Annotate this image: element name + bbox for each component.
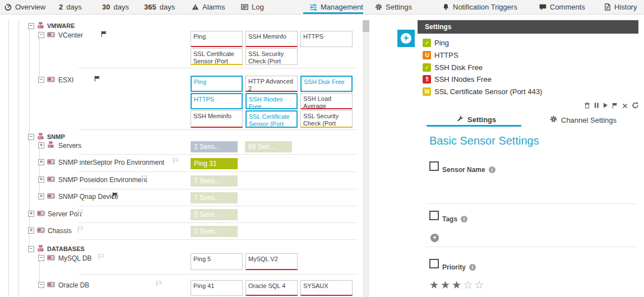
star-icon[interactable]: ★ [452, 279, 463, 291]
star-icon[interactable]: ☆ [463, 279, 474, 291]
expand-toggle[interactable]: + [28, 211, 34, 217]
sensor-box[interactable]: Ping [191, 31, 243, 47]
favorite-flag-icon[interactable] [98, 254, 105, 260]
tree-device-label[interactable]: Chassis [48, 227, 72, 235]
star-icon[interactable]: ★ [441, 279, 452, 291]
favorite-flag-icon[interactable] [101, 31, 108, 37]
expand-toggle[interactable]: + [38, 142, 44, 148]
sensor-count-badge[interactable]: 68 Sen... [245, 141, 292, 152]
nav-tab-365-days[interactable]: 365days [144, 0, 175, 14]
expand-toggle[interactable]: + [38, 177, 44, 183]
sensor-box[interactable]: SSH Disk Free [300, 76, 353, 92]
expand-toggle[interactable]: + [38, 159, 44, 165]
tree-device-label[interactable]: ESXI [58, 76, 73, 84]
sensor-box[interactable]: MySQL V2 [245, 253, 298, 270]
sensor-box[interactable]: SSL Security Check (Port 443) [300, 110, 353, 128]
tree-group-label[interactable]: SNMP [47, 133, 65, 140]
tree-scrollbar[interactable] [363, 20, 369, 297]
nav-tab-overview[interactable]: Overview [4, 0, 45, 14]
info-icon[interactable]: i [489, 166, 495, 173]
tree-device-label[interactable]: SNMP Poseidon Environment [58, 176, 147, 184]
selected-sensor-item[interactable]: ✓SSH Disk Free [423, 63, 483, 72]
collapse-toggle[interactable]: − [38, 77, 44, 83]
collapse-toggle[interactable]: − [28, 134, 34, 140]
sensor-box[interactable]: Oracle SQL 4 [245, 280, 298, 296]
sensor-box[interactable]: SSL Certificate Sensor (Port 443) [245, 110, 298, 128]
add-sensor-button[interactable]: + [397, 30, 415, 47]
selected-sensor-item[interactable]: !!SSH INodes Free [423, 75, 492, 83]
sensor-count-badge[interactable]: 5 Sens... [191, 209, 238, 220]
favorite-flag-icon[interactable] [173, 158, 179, 164]
tree-device-label[interactable]: Server Port [48, 210, 82, 218]
sensor-count-badge[interactable]: 2 Sens... [191, 226, 238, 237]
sensor-box[interactable]: Ping [191, 76, 243, 92]
tree-group-label[interactable]: VMWARE [47, 22, 75, 29]
favorite-flag-icon[interactable] [77, 226, 84, 233]
sensor-box[interactable]: HTTP Advanced 2 [245, 76, 298, 92]
tab-settings[interactable]: Settings [457, 115, 496, 124]
nav-tab-notification-triggers[interactable]: Notification Triggers [442, 0, 517, 14]
sensor-box[interactable]: HTTPS [191, 93, 243, 109]
tree-device-label[interactable]: MySQL DB [58, 254, 92, 262]
tree-device-label[interactable]: Servers [58, 142, 81, 150]
priority-stars[interactable]: ★★★☆☆ [429, 279, 485, 291]
refresh-button[interactable] [632, 101, 639, 111]
tree-device-label[interactable]: SNMP Qnap Device [58, 193, 118, 201]
collapse-toggle[interactable]: − [38, 32, 44, 38]
scrollbar-thumb[interactable] [363, 20, 369, 32]
expand-toggle[interactable]: + [38, 193, 44, 199]
selected-sensor-item[interactable]: WSSL Certificate Sensor (Port 443) [423, 87, 542, 96]
favorite-flag-icon[interactable] [77, 210, 84, 216]
collapse-toggle[interactable]: − [28, 246, 34, 252]
favorite-flag-icon[interactable] [141, 175, 148, 182]
sensor-box[interactable]: Ping 5 [191, 253, 243, 270]
nav-tab-comments[interactable]: Comments [539, 0, 585, 14]
info-icon[interactable]: i [469, 264, 476, 271]
star-icon[interactable]: ☆ [474, 279, 485, 291]
tree-group-label[interactable]: DATABASES [47, 245, 85, 252]
selected-sensor-item[interactable]: UHTTPS [423, 50, 458, 59]
sensor-count-badge[interactable]: Ping 31 [191, 158, 238, 169]
delete-button[interactable] [584, 101, 590, 111]
sensor-box[interactable]: SSL Security Check (Port 443) [245, 48, 298, 65]
sensor-box[interactable]: HTTPS [300, 31, 353, 47]
priority-checkbox[interactable] [429, 259, 439, 268]
sensor-box[interactable]: SSH Load Average [300, 93, 353, 109]
sensor-box[interactable]: SSH Meminfo [191, 110, 243, 128]
flag-button[interactable] [612, 101, 618, 111]
tree-device-label[interactable]: VCenter [58, 31, 83, 39]
nav-tab-2-days[interactable]: 2days [59, 0, 82, 14]
nav-tab-settings[interactable]: Settings [375, 0, 412, 14]
nav-tab-history[interactable]: History [604, 0, 637, 14]
pause-button[interactable] [594, 101, 599, 111]
sensor-count-badge[interactable]: 7 Sens... [191, 175, 238, 187]
sensor-box[interactable]: Ping 41 [191, 280, 243, 296]
sensor-box[interactable]: SSL Certificate Sensor (Port 443) [191, 48, 243, 65]
collapse-toggle[interactable]: − [28, 23, 34, 29]
sensor-box[interactable]: SSH Meminfo [245, 31, 298, 47]
tree-device-label[interactable]: Oracle DB [58, 281, 89, 289]
favorite-flag-icon[interactable] [156, 281, 163, 287]
add-tag-button[interactable]: + [430, 234, 439, 242]
sensor-name-checkbox[interactable] [429, 161, 439, 171]
collapse-toggle[interactable]: − [38, 255, 44, 261]
nav-tab-log[interactable]: Log [241, 0, 264, 14]
tags-checkbox[interactable] [429, 211, 439, 220]
expand-toggle[interactable]: + [28, 228, 34, 234]
sensor-box[interactable]: SSH INodes Free [245, 93, 298, 109]
tab-channel-settings[interactable]: Channel Settings [550, 115, 617, 124]
close-button[interactable] [622, 101, 628, 111]
selected-sensor-item[interactable]: ✓Ping [423, 38, 449, 47]
favorite-flag-icon[interactable] [94, 76, 101, 82]
resume-button[interactable] [603, 101, 608, 111]
nav-tab-30-days[interactable]: 30days [102, 0, 129, 14]
sensor-count-badge[interactable]: 2 Sens... [191, 141, 238, 152]
info-icon[interactable]: i [461, 216, 467, 222]
favorite-flag-icon[interactable] [112, 192, 119, 198]
star-icon[interactable]: ★ [429, 279, 441, 291]
sensor-count-badge[interactable]: 7 Sens... [191, 192, 238, 203]
collapse-toggle[interactable]: − [38, 282, 44, 288]
sensor-box[interactable]: SYSAUX [300, 280, 353, 296]
tree-device-label[interactable]: SNMP interSeptor Pro Environment [58, 159, 164, 166]
nav-tab-alarms[interactable]: Alarms [192, 0, 225, 14]
